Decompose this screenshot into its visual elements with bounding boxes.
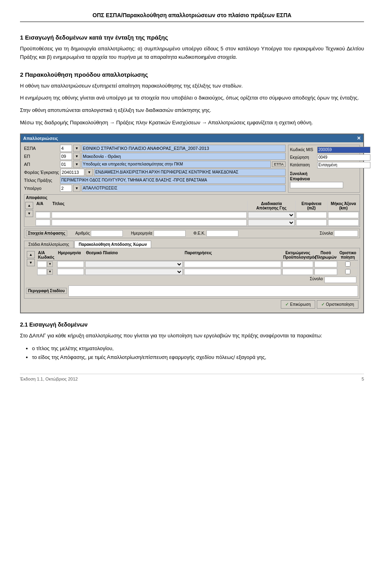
ep-value-group: ▼ bbox=[60, 153, 286, 160]
tab-stadia[interactable]: Στάδια Απαλλοτρίωσης bbox=[24, 241, 74, 248]
row2-aa bbox=[35, 219, 51, 226]
stage1-proypologismos bbox=[282, 261, 314, 268]
stage1-thesmiko-select[interactable] bbox=[85, 261, 183, 267]
arithmos-group: Αριθμός bbox=[75, 230, 123, 237]
row2-mikos bbox=[328, 219, 360, 226]
epikyrosi-button[interactable]: ✓ Επικύρωση bbox=[281, 300, 315, 309]
stage2-poso bbox=[314, 268, 338, 275]
foreas-input[interactable] bbox=[60, 169, 84, 176]
ekxorisi-input[interactable] bbox=[317, 154, 370, 161]
ap-input[interactable] bbox=[60, 161, 72, 168]
row2-titlos bbox=[51, 219, 248, 226]
stages-col-thesmiko: Θεσμικό Πλαίσιο bbox=[85, 250, 184, 260]
stages-content: ▲ ▼ Α/Α Κωδικός Ημερομηνία Θεσμικό Πλαίσ… bbox=[26, 250, 358, 284]
row2-aa-input[interactable] bbox=[36, 219, 50, 226]
tab-parakolouthisi[interactable]: Παρακολούθηση Απόδοσης Χώρων bbox=[74, 241, 152, 248]
ap-badge: ΕΤΠΑ bbox=[272, 161, 286, 167]
section21-heading: 2.1 Εισαγωγή δεδομένων bbox=[20, 321, 364, 328]
stage1-oristiko-checkbox[interactable] bbox=[345, 261, 350, 267]
row1-diakasia-select[interactable] bbox=[248, 212, 295, 218]
ekxorisi-label: Εκχώρηση bbox=[290, 155, 316, 159]
stage2-aa-btn[interactable]: ▼ bbox=[47, 269, 53, 275]
ypoergo-input[interactable] bbox=[60, 185, 72, 192]
apofaseis-remove-btn[interactable]: ▼ bbox=[25, 210, 33, 217]
espa-icon-btn[interactable]: ▼ bbox=[73, 145, 80, 152]
espa-input[interactable] bbox=[60, 145, 72, 152]
section2-paragraph3: Στην οθόνη αποτυπώνεται απολογιστικά η ε… bbox=[20, 106, 364, 115]
synolo-stages-input[interactable] bbox=[324, 277, 356, 283]
stage2-poso-input[interactable] bbox=[314, 269, 337, 275]
stage2-oristiko-checkbox[interactable] bbox=[345, 269, 350, 274]
ypoergo-text-input[interactable] bbox=[82, 185, 286, 192]
ypoergo-value-group: ▼ bbox=[60, 185, 286, 192]
top-section: ΕΣΠΑ ▼ ΕΠ ▼ bbox=[24, 145, 360, 193]
tab-bar: Στάδια Απαλλοτρίωσης Παρακολούθηση Απόδο… bbox=[24, 241, 360, 248]
stages-remove-btn[interactable]: ▼ bbox=[27, 259, 35, 266]
imerominia-input[interactable] bbox=[154, 230, 186, 237]
synolo-input[interactable] bbox=[334, 230, 358, 237]
right-fields: Κωδικός MIS Εκχώρηση Κατάσταση Συνολική … bbox=[288, 145, 360, 193]
stages-col-oristiko: Οριστικο ποίηση bbox=[338, 250, 358, 260]
stage2-aa-input[interactable] bbox=[37, 269, 47, 275]
row2-epifaneia-input[interactable] bbox=[296, 219, 327, 226]
stage1-imerominia bbox=[57, 261, 85, 268]
apofaseis-add-btn[interactable]: ▲ bbox=[25, 202, 33, 209]
fek-input[interactable] bbox=[206, 230, 238, 237]
ap-icon-btn[interactable]: ▼ bbox=[73, 161, 80, 168]
stage1-imerominia-input[interactable] bbox=[57, 261, 84, 267]
ep-input[interactable] bbox=[60, 153, 72, 160]
stage2-paratiriseis bbox=[184, 268, 282, 275]
katastasi-row: Κατάσταση bbox=[290, 162, 358, 168]
row1-aa-input[interactable] bbox=[36, 212, 50, 218]
titlos-value-group bbox=[60, 177, 286, 184]
apofaseis-title: Αποφάσεις bbox=[24, 195, 360, 201]
stage2-paratiriseis-input[interactable] bbox=[184, 269, 282, 275]
mis-input[interactable] bbox=[317, 147, 370, 153]
foreas-row: Φορέας Έγκρισης ▼ bbox=[24, 169, 286, 176]
section21-paragraph: Στο ΔΑπΑΓ για κάθε κήρυξη απαλλοτρίωσης … bbox=[20, 332, 364, 340]
katastasi-input[interactable] bbox=[317, 162, 370, 168]
espa-text-input[interactable] bbox=[82, 145, 286, 152]
stage2-aa: ▼ bbox=[37, 268, 57, 275]
stages-add-btn[interactable]: ▲ bbox=[27, 251, 35, 258]
stages-table: Α/Α Κωδικός Ημερομηνία Θεσμικό Πλαίσιο Π… bbox=[37, 250, 358, 284]
apofaseis-side-buttons: ▲ ▼ bbox=[24, 201, 34, 227]
stage1-aa-btn[interactable]: ▼ bbox=[47, 261, 53, 267]
stages-table-header: Α/Α Κωδικός Ημερομηνία Θεσμικό Πλαίσιο Π… bbox=[37, 250, 358, 261]
stage1-paratiriseis-input[interactable] bbox=[184, 261, 282, 267]
oristikopiiisi-label: Οριστικοποίηση bbox=[326, 302, 354, 307]
row1-epifaneia-input[interactable] bbox=[296, 212, 327, 218]
row2-mikos-input[interactable] bbox=[328, 219, 359, 226]
row2-titlos-input[interactable] bbox=[52, 219, 247, 226]
section2-heading: 2 Παρακολούθηση προόδου απαλλοτρίωσης bbox=[20, 71, 364, 78]
stage2-thesmiko-select[interactable] bbox=[85, 269, 183, 275]
ap-text-input[interactable] bbox=[82, 161, 271, 168]
arithmos-input[interactable] bbox=[91, 230, 123, 237]
synoliki-input[interactable] bbox=[290, 182, 343, 188]
ep-text-input[interactable] bbox=[82, 153, 286, 160]
stage1-thesmiko bbox=[85, 261, 184, 268]
ypoergo-icon-btn[interactable]: ▼ bbox=[73, 185, 80, 192]
stage2-imerominia-input[interactable] bbox=[57, 269, 84, 275]
row1-mikos-input[interactable] bbox=[328, 212, 359, 218]
oristikopiiisi-button[interactable]: ✓ Οριστικοποίηση bbox=[317, 300, 358, 309]
stage2-proypologismos-input[interactable] bbox=[282, 269, 313, 275]
close-icon[interactable]: ✕ bbox=[357, 136, 361, 141]
row1-titlos-input[interactable] bbox=[52, 212, 247, 218]
perigrafi-input[interactable] bbox=[68, 285, 358, 297]
row2-diakasia-select[interactable] bbox=[248, 219, 295, 226]
stage1-proypologismos-input[interactable] bbox=[282, 261, 313, 267]
stages-col-proypologismos: Εκτιμώμενος Προϋπολογισμός bbox=[282, 250, 314, 260]
stage1-poso-input[interactable] bbox=[314, 261, 337, 267]
titlos-row: Τίτλος Πράξης bbox=[24, 177, 286, 184]
row2-diakasia bbox=[248, 219, 296, 226]
decision-section: Στοιχεία Απόφασης Αριθμός Ημερομηνία Φ.Ε… bbox=[24, 229, 360, 238]
titlos-text-input[interactable] bbox=[60, 177, 286, 184]
epikyrosi-label: Επικύρωση bbox=[290, 302, 311, 307]
ep-icon-btn[interactable]: ▼ bbox=[73, 153, 80, 160]
stage1-aa-input[interactable] bbox=[37, 261, 47, 267]
foreas-icon-btn[interactable]: ▼ bbox=[86, 169, 93, 176]
foreas-text-input[interactable] bbox=[94, 169, 286, 176]
epikyrosi-icon: ✓ bbox=[285, 302, 289, 307]
decision-header: Στοιχεία Απόφασης Αριθμός Ημερομηνία Φ.Ε… bbox=[24, 229, 360, 238]
